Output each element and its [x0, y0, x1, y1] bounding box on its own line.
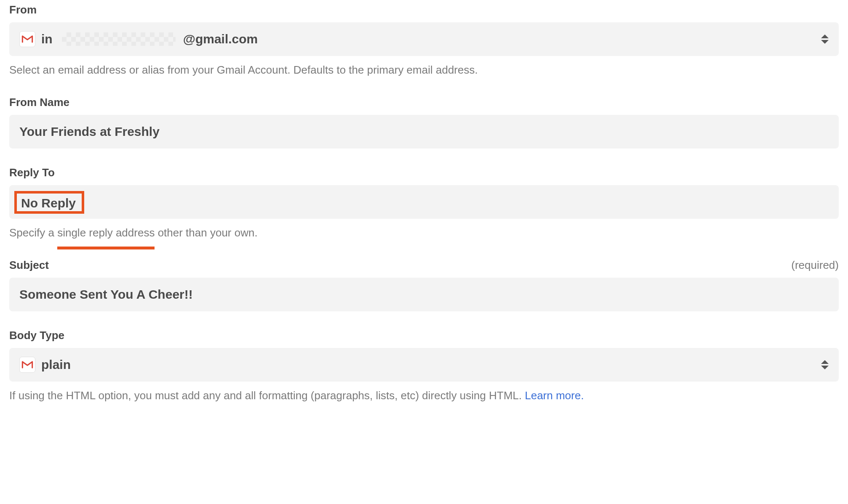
- gmail-icon: [19, 31, 35, 47]
- from-label: From: [9, 3, 37, 16]
- body-type-group: Body Type plain If using the HTML option…: [9, 329, 839, 404]
- body-type-value: plain: [41, 358, 71, 372]
- from-value-suffix: @gmail.com: [183, 32, 258, 46]
- subject-label: Subject: [9, 259, 49, 272]
- from-select[interactable]: in @gmail.com: [9, 22, 839, 56]
- body-type-help-text: If using the HTML option, you must add a…: [9, 387, 839, 404]
- reply-to-value: No Reply: [21, 196, 76, 210]
- from-value-prefix: in: [41, 32, 53, 46]
- from-select-value: in @gmail.com: [19, 31, 821, 47]
- body-type-label: Body Type: [9, 329, 64, 342]
- reply-to-highlight: No Reply: [14, 191, 84, 214]
- subject-input-wrapper[interactable]: [9, 278, 839, 311]
- reply-to-group: Reply To No Reply Specify a single reply…: [9, 166, 839, 241]
- from-name-group: From Name: [9, 96, 839, 149]
- body-type-select-value: plain: [19, 357, 821, 373]
- from-obscured-region: [62, 32, 176, 46]
- body-type-select[interactable]: plain: [9, 348, 839, 382]
- stepper-icon: [821, 34, 829, 44]
- from-name-input[interactable]: [19, 125, 829, 139]
- learn-more-link[interactable]: Learn more.: [525, 389, 584, 402]
- reply-to-help-text: Specify a single reply address other tha…: [9, 225, 839, 241]
- from-group: From in @gmail.com Select an email addre…: [9, 3, 839, 78]
- subject-group: Subject (required): [9, 259, 839, 311]
- reply-to-help-underline: single reply address: [57, 225, 155, 241]
- subject-required-tag: (required): [791, 259, 839, 272]
- gmail-icon: [19, 357, 35, 373]
- from-name-label: From Name: [9, 96, 69, 109]
- from-help-text: Select an email address or alias from yo…: [9, 62, 839, 78]
- reply-to-input-wrapper[interactable]: No Reply: [9, 185, 839, 219]
- reply-to-label: Reply To: [9, 166, 55, 179]
- stepper-icon: [821, 360, 829, 369]
- from-name-input-wrapper[interactable]: [9, 115, 839, 149]
- subject-input[interactable]: [19, 287, 829, 302]
